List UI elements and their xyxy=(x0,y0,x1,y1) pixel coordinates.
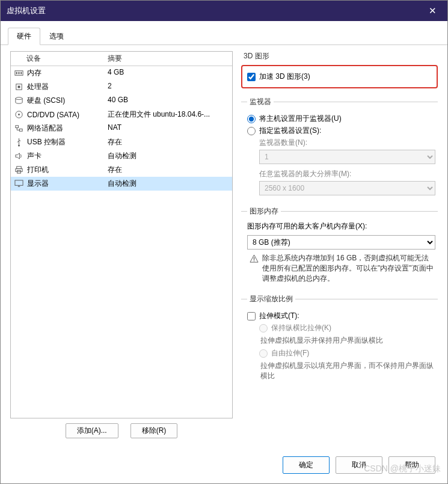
vm-settings-window: 虚拟机设置 ✕ 硬件 选项 设备 摘要 内存 4 GB 处理器 2 xyxy=(0,0,448,484)
device-row-net[interactable]: 网络适配器 NAT xyxy=(11,121,232,135)
printer-icon xyxy=(14,165,23,174)
display-icon xyxy=(14,179,23,188)
close-icon[interactable]: ✕ xyxy=(423,2,441,20)
panel-3d-graphics: 加速 3D 图形(3) xyxy=(241,65,438,88)
max-resolution-select: 2560 x 1600 xyxy=(259,181,435,195)
accelerate-3d-checkbox[interactable] xyxy=(247,73,256,81)
device-row-sound[interactable]: 声卡 自动检测 xyxy=(11,149,232,163)
disk-icon xyxy=(14,96,23,105)
use-host-monitor-label[interactable]: 将主机设置用于监视器(U) xyxy=(259,114,342,124)
svg-rect-12 xyxy=(17,167,22,169)
panel-display-scaling: 显示缩放比例 拉伸模式(T): 保持纵横比拉伸(K) 拉伸虚拟机显示并保持用户界… xyxy=(241,294,438,389)
col-summary: 摘要 xyxy=(108,54,229,64)
keep-ratio-desc: 拉伸虚拟机显示并保持用户界面纵横比 xyxy=(260,335,435,346)
device-actions: 添加(A)... 移除(R) xyxy=(10,418,233,443)
col-device: 设备 xyxy=(14,54,108,64)
cd-icon xyxy=(14,110,23,119)
tab-options[interactable]: 选项 xyxy=(40,28,73,45)
svg-rect-16 xyxy=(254,257,254,260)
monitor-legend: 监视器 xyxy=(247,97,274,107)
device-list-header: 设备 摘要 xyxy=(11,52,232,66)
d3-legend: 3D 图形 xyxy=(244,51,438,61)
free-stretch-radio xyxy=(259,349,268,358)
keep-ratio-label: 保持纵横比拉伸(K) xyxy=(271,323,331,333)
svg-rect-1 xyxy=(16,72,17,75)
gmem-warning-text: 除非总系统内存增加到 16 GB，否则虚拟机可能无法使用所有已配置的图形内存。可… xyxy=(262,253,435,283)
add-device-button[interactable]: 添加(A)... xyxy=(66,423,118,438)
svg-rect-17 xyxy=(254,260,254,261)
gmem-warning-row: 除非总系统内存增加到 16 GB，否则虚拟机可能无法使用所有已配置的图形内存。可… xyxy=(250,253,435,283)
svg-rect-10 xyxy=(19,129,22,131)
warning-icon xyxy=(250,254,259,263)
memory-icon xyxy=(14,69,23,78)
max-resolution-label: 任意监视器的最大分辨率(M): xyxy=(259,169,435,179)
monitor-count-select: 1 xyxy=(259,150,435,164)
free-stretch-label: 自由拉伸(F) xyxy=(271,348,309,358)
use-host-monitor-radio[interactable] xyxy=(247,115,256,123)
tab-strip: 硬件 选项 xyxy=(1,23,447,45)
gmem-legend: 图形内存 xyxy=(247,206,281,216)
device-row-display[interactable]: 显示器 自动检测 xyxy=(11,177,232,191)
svg-point-8 xyxy=(18,114,20,115)
svg-point-6 xyxy=(16,97,22,100)
panel-monitor: 监视器 将主机设置用于监视器(U) 指定监视器设置(S): 监视器数量(N): … xyxy=(241,97,438,201)
svg-rect-5 xyxy=(18,86,20,88)
dialog-body: 设备 摘要 内存 4 GB 处理器 2 硬盘 (SCSI) 40 GB CD/ xyxy=(1,45,447,449)
device-list: 设备 摘要 内存 4 GB 处理器 2 硬盘 (SCSI) 40 GB CD/ xyxy=(10,51,233,418)
usb-icon xyxy=(14,138,23,147)
scale-legend: 显示缩放比例 xyxy=(247,294,295,304)
device-row-disk[interactable]: 硬盘 (SCSI) 40 GB xyxy=(11,94,232,108)
tab-hardware[interactable]: 硬件 xyxy=(8,28,40,45)
remove-device-button[interactable]: 移除(R) xyxy=(130,423,178,438)
left-pane: 设备 摘要 内存 4 GB 处理器 2 硬盘 (SCSI) 40 GB CD/ xyxy=(10,51,233,443)
right-pane: 3D 图形 加速 3D 图形(3) 监视器 将主机设置用于监视器(U) 指定监视… xyxy=(241,51,438,443)
svg-point-11 xyxy=(18,145,20,147)
monitor-count-label: 监视器数量(N): xyxy=(259,138,435,148)
specify-monitor-label[interactable]: 指定监视器设置(S): xyxy=(259,126,321,136)
device-row-usb[interactable]: USB 控制器 存在 xyxy=(11,135,232,149)
svg-rect-2 xyxy=(19,72,20,75)
network-icon xyxy=(14,124,23,133)
svg-rect-3 xyxy=(20,72,22,75)
titlebar: 虚拟机设置 ✕ xyxy=(1,1,447,21)
gmem-label: 图形内存可用的最大客户机内存量(X): xyxy=(247,221,435,231)
graphics-memory-select[interactable]: 8 GB (推荐) xyxy=(247,235,435,250)
svg-rect-15 xyxy=(15,180,23,185)
accelerate-3d-label[interactable]: 加速 3D 图形(3) xyxy=(259,72,310,82)
device-row-memory[interactable]: 内存 4 GB xyxy=(11,66,232,80)
specify-monitor-radio[interactable] xyxy=(247,127,256,135)
device-row-cpu[interactable]: 处理器 2 xyxy=(11,80,232,94)
help-button[interactable]: 帮助 xyxy=(388,456,435,474)
sound-icon xyxy=(14,152,23,161)
ok-button[interactable]: 确定 xyxy=(283,456,330,474)
free-stretch-desc: 拉伸虚拟机显示以填充用户界面，而不保持用户界面纵横比 xyxy=(260,361,435,381)
window-title: 虚拟机设置 xyxy=(7,5,423,16)
stretch-mode-checkbox[interactable] xyxy=(247,312,256,320)
dialog-footer: 确定 取消 帮助 xyxy=(1,449,447,483)
cpu-icon xyxy=(14,82,23,91)
device-row-cd[interactable]: CD/DVD (SATA) 正在使用文件 ubuntu-18.04.6-... xyxy=(11,108,232,121)
stretch-mode-label[interactable]: 拉伸模式(T): xyxy=(259,311,299,321)
panel-graphics-memory: 图形内存 图形内存可用的最大客户机内存量(X): 8 GB (推荐) 除非总系统… xyxy=(241,206,438,289)
svg-rect-9 xyxy=(16,126,19,128)
keep-ratio-radio xyxy=(259,324,268,332)
device-row-printer[interactable]: 打印机 存在 xyxy=(11,163,232,177)
cancel-button[interactable]: 取消 xyxy=(336,456,382,474)
